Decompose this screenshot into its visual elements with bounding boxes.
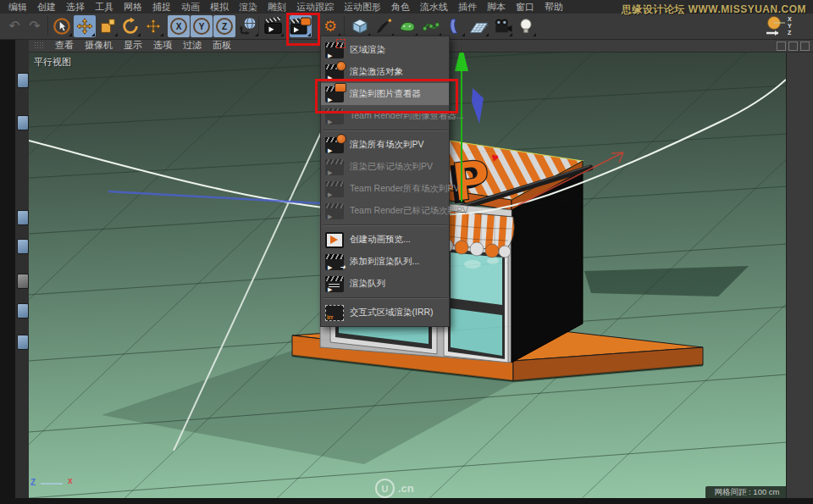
view-label: 平行视图 — [34, 56, 71, 69]
vp-menu-options[interactable]: 选项 — [153, 39, 172, 52]
menu-sculpt[interactable]: 雕刻 — [268, 1, 286, 14]
menu-item-interactive-region-render[interactable]: irr 交互式区域渲染(IRR) — [321, 302, 449, 324]
points-mode-icon[interactable] — [17, 239, 29, 254]
selection-arrow-icon — [53, 17, 71, 36]
viewport-corner-icons[interactable] — [777, 42, 810, 51]
rotate-tool-button[interactable] — [119, 15, 141, 37]
render-view-button[interactable] — [263, 15, 285, 37]
grid-spacing-badge: 网格间距 : 100 cm — [705, 486, 788, 499]
enable-axis-icon[interactable] — [17, 335, 29, 350]
svg-text:Z: Z — [788, 30, 792, 36]
menu-script[interactable]: 脚本 — [487, 1, 506, 14]
menu-character[interactable]: 角色 — [391, 1, 410, 14]
menu-item-create-animation-preview[interactable]: 创建动画预览... — [321, 229, 449, 251]
green-blob-icon — [397, 17, 418, 36]
menu-select[interactable]: 选择 — [66, 1, 85, 14]
menu-create[interactable]: 创建 — [37, 1, 56, 14]
world-axis-gizmo: Z x — [30, 474, 107, 493]
vp-menu-display[interactable]: 显示 — [124, 39, 142, 52]
redo-button[interactable]: ↷ — [24, 15, 46, 37]
render-active-icon — [325, 64, 344, 80]
mode-toolbar — [15, 39, 30, 498]
render-to-picture-viewer-button[interactable] — [290, 15, 312, 37]
menu-mograph[interactable]: 运动图形 — [344, 1, 381, 14]
menu-animate[interactable]: 动画 — [181, 1, 200, 14]
menu-item-render-to-picture-viewer[interactable]: 渲染到图片查看器 — [321, 83, 449, 105]
undo-button[interactable]: ↶ — [3, 15, 25, 37]
make-editable-icon[interactable] — [17, 73, 29, 88]
light-object-button[interactable] — [515, 15, 537, 37]
move-small-icon — [145, 18, 162, 35]
move-tool-button[interactable] — [74, 15, 96, 37]
scale-icon — [98, 17, 117, 36]
menu-item-render-active-objects[interactable]: 渲染激活对象 — [321, 61, 449, 83]
menu-plugins[interactable]: 插件 — [458, 1, 477, 14]
menu-item-render-all-takes[interactable]: 渲染所有场次到PV — [321, 134, 449, 156]
menu-item-add-to-render-queue[interactable]: ➜ 添加到渲染队列... — [321, 251, 449, 273]
texture-mode-icon[interactable] — [17, 210, 29, 225]
window-right-edge — [786, 53, 813, 498]
camera-object-button[interactable] — [491, 15, 513, 37]
z-axis-icon: Z — [216, 18, 233, 35]
menu-pipeline[interactable]: 流水线 — [420, 1, 448, 14]
camera-icon — [492, 17, 513, 36]
bend-icon — [445, 17, 464, 36]
menu-mesh[interactable]: 网格 — [124, 1, 142, 14]
vp-menu-panel[interactable]: 面板 — [213, 39, 231, 52]
vp-menu-filter[interactable]: 过滤 — [183, 39, 202, 52]
window-left-edge — [0, 39, 15, 504]
vp-menu-view[interactable]: 查看 — [55, 39, 74, 52]
menu-item-render-queue[interactable]: 渲染队列 — [321, 273, 449, 295]
menu-motion-tracker[interactable]: 运动跟踪 — [296, 1, 334, 14]
animation-preview-icon — [325, 232, 344, 248]
lock-x-axis-button[interactable]: X — [168, 15, 190, 37]
menu-tools[interactable]: 工具 — [95, 1, 113, 14]
spline-tools-button[interactable] — [420, 15, 442, 37]
render-clapperboard-icon — [263, 17, 284, 36]
cinema4d-window: 编辑 创建 选择 工具 网格 捕捉 动画 模拟 渲染 雕刻 运动跟踪 运动图形 … — [0, 0, 813, 504]
menu-snap[interactable]: 捕捉 — [152, 1, 171, 14]
menu-item-region-render[interactable]: 区域渲染 — [321, 39, 449, 61]
lock-y-axis-button[interactable]: Y — [191, 15, 213, 37]
green-spline-icon — [421, 17, 441, 36]
svg-text:Y: Y — [788, 23, 792, 29]
floor-object-button[interactable] — [467, 15, 489, 37]
forum-watermark: 思缘设计论坛 WWW.MISSYUAN.COM — [622, 3, 806, 17]
menu-help[interactable]: 帮助 — [545, 1, 563, 14]
menu-item-render-marked-takes: 渲染已标记场次到PV — [321, 156, 449, 178]
menu-edit[interactable]: 编辑 — [8, 1, 27, 14]
axis-display-widget[interactable]: X Y Z — [764, 15, 798, 37]
render-picture-viewer-icon — [290, 16, 312, 36]
coordinate-system-button[interactable] — [237, 15, 259, 37]
axis-widget-icon: X Y Z — [765, 15, 797, 37]
live-selection-button[interactable] — [51, 15, 73, 37]
last-tool-button[interactable] — [142, 15, 164, 37]
x-axis-icon: X — [170, 18, 187, 35]
menu-window[interactable]: 窗口 — [516, 1, 534, 14]
render-settings-gear-icon: ⚙ — [324, 19, 337, 34]
shop-window — [444, 244, 508, 363]
polygons-mode-icon[interactable] — [17, 303, 29, 318]
menu-simulate[interactable]: 模拟 — [210, 1, 229, 14]
add-render-queue-icon: ➜ — [325, 254, 344, 270]
team-render-marked-takes-icon — [325, 203, 344, 219]
scale-tool-button[interactable] — [97, 15, 119, 37]
menu-item-team-render-all-takes: Team Render所有场次到PV — [321, 178, 449, 200]
pen-spline-button[interactable] — [373, 15, 395, 37]
add-cube-button[interactable] — [349, 15, 371, 37]
striped-awning — [439, 210, 514, 258]
edges-mode-icon[interactable] — [17, 274, 29, 289]
menu-separator — [321, 222, 449, 229]
render-picture-viewer-icon — [325, 86, 344, 102]
vp-menu-cameras[interactable]: 摄像机 — [85, 39, 113, 52]
bend-deformer-button[interactable] — [444, 15, 466, 37]
menu-render[interactable]: 渲染 — [239, 1, 257, 14]
z-axis-arrow — [472, 88, 484, 124]
lock-z-axis-button[interactable]: Z — [213, 15, 235, 37]
ui-cn-watermark: U .cn — [375, 479, 414, 498]
grip-icon[interactable] — [34, 42, 44, 49]
subdivision-surface-button[interactable] — [396, 15, 418, 37]
render-settings-button[interactable]: ⚙ — [319, 15, 341, 37]
menu-separator — [321, 127, 449, 134]
model-mode-icon[interactable] — [17, 115, 29, 130]
